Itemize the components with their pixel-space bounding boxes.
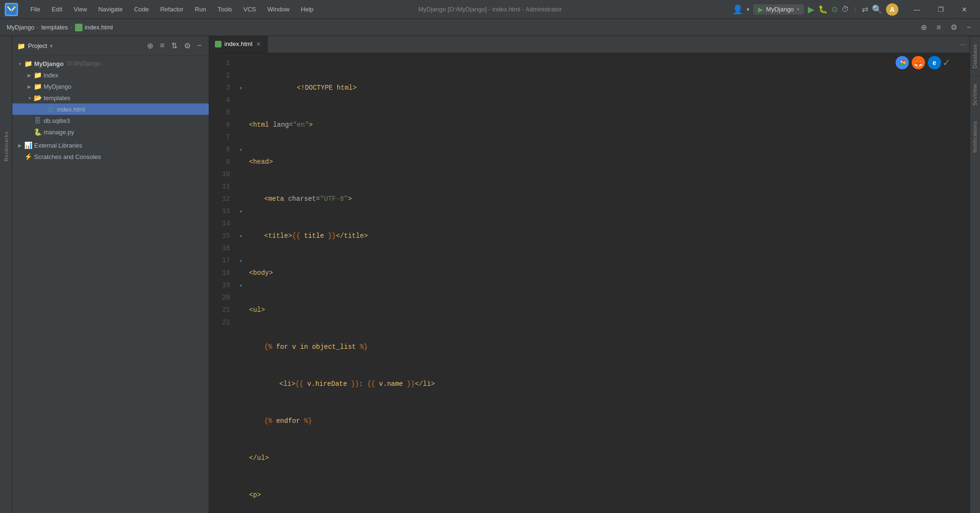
templates-name: templates xyxy=(44,94,70,102)
database-panel[interactable]: Database xyxy=(970,36,980,76)
profile-button[interactable]: ⏱ xyxy=(841,5,849,14)
mydjango-arrow: ▶ xyxy=(26,83,33,90)
breadcrumb-file[interactable]: index.html xyxy=(85,24,113,31)
sidebar-collapse-icon[interactable]: ≡ xyxy=(157,40,166,52)
code-editor: 1 2 3 4 5 6 7 8 9 10 11 12 13 14 15 16 1… xyxy=(209,53,970,513)
fold-8[interactable]: ▾ xyxy=(240,147,242,152)
hide-icon[interactable]: − xyxy=(964,22,973,33)
edge-icon[interactable]: e xyxy=(928,56,941,69)
menu-vcs[interactable]: VCS xyxy=(239,4,261,15)
add-icon[interactable]: ⊕ xyxy=(918,21,929,33)
menu-navigate[interactable]: Navigate xyxy=(93,4,127,15)
fold-19[interactable]: ▾ xyxy=(240,283,242,288)
user-icon[interactable]: 👤 xyxy=(732,4,743,15)
title-bar-left: File Edit View Navigate Code Refactor Ru… xyxy=(5,3,318,16)
breadcrumb-templates[interactable]: templates xyxy=(41,24,68,31)
ln-6: 6 xyxy=(209,119,230,131)
translate-button[interactable]: ⇄ xyxy=(862,5,868,14)
ln-13: 13 xyxy=(209,205,230,217)
settings-icon[interactable]: ⚙ xyxy=(948,21,960,33)
tab-menu-icon[interactable]: ⋯ xyxy=(960,41,966,48)
svg-point-3 xyxy=(10,10,12,12)
sidebar-expand-icon[interactable]: ⇅ xyxy=(169,40,180,52)
menu-refactor[interactable]: Refactor xyxy=(156,4,188,15)
dropdown-icon[interactable]: ▾ xyxy=(747,6,749,13)
tree-item-templates[interactable]: ▾ 📂 templates xyxy=(12,92,209,103)
index-folder-icon: 📁 xyxy=(33,71,42,79)
ln-4: 4 xyxy=(209,94,230,106)
sidebar-add-icon[interactable]: ⊕ xyxy=(145,40,156,52)
breadcrumb-root[interactable]: MyDjango xyxy=(7,24,35,31)
menu-run[interactable]: Run xyxy=(190,4,211,15)
tree-item-root[interactable]: ▾ 📁 MyDjango D:\MyDjango xyxy=(12,58,209,69)
run-config[interactable]: ▶ MyDjango ▾ xyxy=(753,4,804,15)
menu-view[interactable]: View xyxy=(69,4,92,15)
tab-actions: ⋯ xyxy=(956,41,970,48)
tab-label: index.html xyxy=(224,40,252,47)
menu-window[interactable]: Window xyxy=(263,4,294,15)
file-icon xyxy=(75,24,83,31)
code-line-4: <meta charset="UTF-8"> xyxy=(245,193,970,205)
code-line-1: <!DOCTYPE html> xyxy=(245,82,970,94)
maximize-button[interactable]: ❐ xyxy=(930,2,952,17)
main-layout: Bookmarks 📁 Project ▾ ⊕ ≡ ⇅ ⚙ − ▾ 📁 MyDj… xyxy=(0,36,980,513)
tree-item-scratches[interactable]: ⚡ Scratches and Consoles xyxy=(12,151,209,162)
breadcrumb: MyDjango › templates › index.html xyxy=(7,24,113,31)
sidebar-settings-icon[interactable]: ⚙ xyxy=(182,40,193,52)
ln-2: 2 xyxy=(209,69,230,82)
tree-item-index-html[interactable]: 🗋 index.html xyxy=(12,103,209,115)
svg-point-1 xyxy=(7,6,9,8)
minimize-button[interactable]: — xyxy=(906,2,928,17)
tab-close-button[interactable]: ✕ xyxy=(255,41,262,47)
fold-17[interactable]: ▾ xyxy=(240,258,242,263)
fold-15[interactable]: ▾ xyxy=(240,233,242,239)
tree-item-db[interactable]: 🗄 db.sqlite3 xyxy=(12,115,209,126)
ln-7: 7 xyxy=(209,131,230,143)
ln-9: 9 xyxy=(209,156,230,168)
fold-13[interactable]: ▾ xyxy=(240,209,242,214)
code-line-12: <p> xyxy=(245,489,970,501)
tab-index-html[interactable]: index.html ✕ xyxy=(209,36,268,53)
code-content[interactable]: <!DOCTYPE html> <html lang="en"> <head> … xyxy=(245,53,970,513)
code-line-5: <title>{{ title }}</title> xyxy=(245,230,970,242)
avatar[interactable]: A xyxy=(886,3,898,16)
code-line-10: {% endfor %} xyxy=(245,415,970,427)
code-line-8: {% for v in object_list %} xyxy=(245,341,970,353)
firefox-icon[interactable]: 🦊 xyxy=(912,56,925,69)
menu-file[interactable]: File xyxy=(26,4,45,15)
tree-item-mydjango[interactable]: ▶ 📁 MyDjango xyxy=(12,81,209,92)
scvview-panel[interactable]: ScvView xyxy=(970,76,980,113)
chrome-icon[interactable] xyxy=(896,56,909,69)
menu-help[interactable]: Help xyxy=(296,4,318,15)
search-button[interactable]: 🔍 xyxy=(872,4,882,15)
root-folder-icon: 📁 xyxy=(24,59,32,68)
ln-14: 14 xyxy=(209,217,230,230)
tree-item-extlibs[interactable]: ▶ 📊 External Libraries xyxy=(12,140,209,151)
indexhtml-spacer xyxy=(39,105,46,113)
sidebar: 📁 Project ▾ ⊕ ≡ ⇅ ⚙ − ▾ 📁 MyDjango D:\My… xyxy=(12,36,209,513)
ln-21: 21 xyxy=(209,304,230,316)
ln-16: 16 xyxy=(209,242,230,254)
db-icon: 🗄 xyxy=(33,116,42,125)
scratches-icon: ⚡ xyxy=(24,152,32,161)
menu-edit[interactable]: Edit xyxy=(47,4,67,15)
fold-3[interactable]: ▾ xyxy=(240,85,242,91)
sidebar-hide-icon[interactable]: − xyxy=(195,40,204,52)
coverage-button[interactable]: ⊙ xyxy=(832,5,838,14)
ln-5: 5 xyxy=(209,106,230,119)
notifications-panel[interactable]: Notifications xyxy=(970,113,980,160)
menu-tools[interactable]: Tools xyxy=(213,4,237,15)
run-button[interactable]: ▶ xyxy=(808,4,814,15)
collapse-icon[interactable]: ≡ xyxy=(934,22,943,33)
breadcrumb-bar: MyDjango › templates › index.html ⊕ ≡ ⚙ … xyxy=(0,19,980,36)
tree-item-manage[interactable]: 🐍 manage.py xyxy=(12,126,209,138)
sidebar-header: 📁 Project ▾ ⊕ ≡ ⇅ ⚙ − xyxy=(12,36,209,56)
debug-button[interactable]: 🐛 xyxy=(818,5,828,14)
ln-22: 22 xyxy=(209,316,230,328)
close-button[interactable]: ✕ xyxy=(953,2,975,17)
menu-code[interactable]: Code xyxy=(129,4,154,15)
root-arrow: ▾ xyxy=(16,60,24,67)
title-bar-right: 👤 ▾ ▶ MyDjango ▾ ▶ 🐛 ⊙ ⏱ | ⇄ 🔍 A — ❐ ✕ xyxy=(732,2,975,17)
code-line-3: <head> xyxy=(245,156,970,168)
tree-item-index[interactable]: ▶ 📁 index xyxy=(12,69,209,81)
